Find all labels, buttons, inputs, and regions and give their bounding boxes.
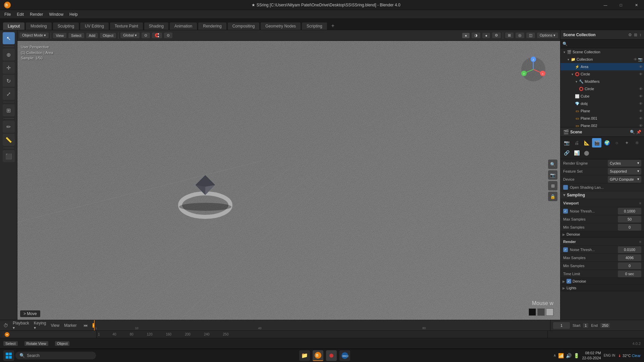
tab-compositing[interactable]: Compositing [227, 22, 260, 30]
transform-pivot[interactable]: ⊙ [142, 33, 150, 38]
menu-render[interactable]: Render [27, 11, 46, 17]
denoise-viewport-header[interactable]: ▶ Denoise [560, 231, 644, 238]
prop-constraints-icon[interactable]: 🔗 [562, 148, 571, 158]
taskbar-search[interactable]: 🔍 Search [15, 352, 96, 359]
snapping-toggle[interactable]: 🧲 [152, 33, 162, 38]
open-shading-checkbox[interactable] [563, 185, 568, 190]
noise-thresh-viewport-value[interactable]: 0.1000 [618, 208, 641, 215]
min-samples-viewport-value[interactable]: 0 [618, 224, 641, 231]
prop-material-icon[interactable]: ⬤ [582, 148, 591, 158]
maximize-button[interactable]: □ [613, 0, 629, 10]
props-search-icon[interactable]: 🔍 [630, 130, 635, 134]
outliner-expand-icon[interactable]: ↕ [639, 33, 641, 37]
camera-view-control[interactable]: ⊞ [548, 181, 557, 190]
lights-header[interactable]: ▶ Lights [560, 285, 644, 291]
select-menu[interactable]: Select [68, 33, 84, 38]
tab-geometry-nodes[interactable]: Geometry Nodes [260, 22, 301, 30]
zoom-in-control[interactable]: 🔍 [548, 160, 557, 169]
taskbar-blender[interactable]: B [313, 350, 323, 361]
clear-label[interactable]: Clear [632, 354, 641, 358]
tree-circle-inner[interactable]: ⭕ Circle 👁 [560, 85, 644, 93]
tree-circle[interactable]: ▾ ⭕ Circle 👁 [560, 70, 644, 78]
marker-dropdown[interactable]: Marker [63, 322, 78, 328]
tool-select[interactable]: ↖ [3, 32, 15, 44]
prop-physics-icon[interactable]: ⚛ [632, 138, 642, 147]
view-menu[interactable]: View [53, 33, 66, 38]
material-preview[interactable]: ◑ [472, 33, 480, 38]
menu-window[interactable]: Window [46, 11, 66, 17]
tab-layout[interactable]: Layout [3, 22, 25, 30]
tool-add-cube[interactable]: ⬛ [3, 150, 15, 162]
tab-modeling[interactable]: Modeling [25, 22, 52, 30]
tree-area[interactable]: ⚡ Area 👁 [560, 63, 644, 70]
props-pin-icon[interactable]: 📌 [636, 130, 641, 134]
denoise-render-header[interactable]: ▶ ✓ Denoise [560, 278, 644, 285]
sound-icon[interactable]: 🔊 [566, 353, 572, 358]
rendered-shading[interactable]: ● [482, 33, 490, 38]
tree-cube[interactable]: ⬜ Cube 👁 [560, 93, 644, 100]
tool-scale[interactable]: ⤢ [3, 88, 15, 100]
menu-edit[interactable]: Edit [14, 11, 26, 17]
tray-expand[interactable]: ∧ [553, 353, 556, 358]
noise-thresh-viewport-checkbox[interactable]: ✓ [563, 209, 568, 214]
tree-camera-collection[interactable]: 📷 [638, 57, 643, 62]
end-frame-value[interactable]: 250 [600, 323, 610, 328]
tree-plane-002[interactable]: ▭ Plane.002 👁 [560, 122, 644, 127]
tree-collection[interactable]: ▾ 📁 Collection 👁 📷 [560, 56, 644, 63]
render-list-icon[interactable]: ≡ [639, 240, 641, 244]
render-engine-dropdown[interactable]: Cycles ▾ [608, 160, 641, 167]
taskbar-record[interactable] [326, 350, 337, 361]
taskbar-logo2[interactable]: RRCG [339, 350, 350, 361]
zoom-out-control[interactable]: 📷 [548, 170, 557, 180]
tree-plane-001[interactable]: ▭ Plane.001 👁 [560, 115, 644, 122]
prop-data-icon[interactable]: 📊 [572, 148, 581, 158]
prop-output-icon[interactable]: 🖨 [572, 138, 581, 147]
tree-eye-collection[interactable]: 👁 [634, 57, 637, 61]
tab-uv-editing[interactable]: UV Editing [80, 22, 109, 30]
viewport-overlays[interactable]: ◎ [516, 33, 524, 38]
tool-transform[interactable]: ⊞ [3, 104, 15, 116]
denoise-render-checkbox[interactable]: ✓ [567, 279, 571, 284]
options-button[interactable]: Options ▾ [537, 33, 558, 38]
add-workspace-button[interactable]: + [328, 22, 338, 30]
tree-eye-plane[interactable]: 👁 [639, 109, 643, 113]
keying-dropdown[interactable]: Keying ▾ [33, 320, 48, 331]
max-samples-render-value[interactable]: 4096 [618, 254, 641, 261]
prop-viewlayer-icon[interactable]: 📐 [582, 138, 591, 147]
tree-scene-collection[interactable]: ▾ 🎬 Scene Collection [560, 48, 644, 56]
tool-cursor[interactable]: ⊕ [3, 49, 15, 61]
object-menu[interactable]: Object [100, 33, 116, 38]
time-display[interactable]: 08:02 PM 22-03-2024 [582, 351, 601, 360]
3d-viewport[interactable]: User Perspective (1) Collection | Area S… [17, 41, 560, 320]
tool-measure[interactable]: 📏 [3, 134, 15, 146]
prop-render-icon[interactable]: 📷 [562, 138, 571, 147]
outliner-search-input[interactable] [569, 42, 642, 46]
tree-eye-cube[interactable]: 👁 [639, 94, 643, 98]
viewport-list-icon[interactable]: ≡ [639, 201, 641, 205]
noise-thresh-render-value[interactable]: 0.0100 [618, 246, 641, 253]
tab-sculpting[interactable]: Sculpting [53, 22, 79, 30]
taskbar-file-explorer[interactable]: 📁 [299, 350, 310, 361]
orientation-gizmo[interactable]: Z X Y [520, 56, 547, 83]
menu-help[interactable]: Help [67, 11, 80, 17]
tool-annotate[interactable]: ✏ [3, 121, 15, 133]
min-samples-render-value[interactable]: 0 [618, 262, 641, 269]
minimize-button[interactable]: — [598, 0, 613, 10]
proportional-edit[interactable]: ⊙ [164, 33, 172, 38]
solid-shading[interactable]: ● [462, 33, 470, 38]
tree-eye-dobj[interactable]: 👁 [639, 102, 643, 106]
prop-object-icon[interactable]: ○ [612, 138, 622, 147]
tab-shading[interactable]: Shading [144, 22, 169, 30]
tree-modifiers[interactable]: ▾ 🔧 Modifiers [560, 78, 644, 85]
add-menu[interactable]: Add [86, 33, 98, 38]
viewport-gizmos[interactable]: ⊞ [505, 33, 514, 38]
tree-eye-plane001[interactable]: 👁 [639, 116, 643, 120]
tree-eye-area[interactable]: 👁 [639, 65, 643, 69]
outliner-search-icon[interactable]: ⊞ [634, 33, 637, 37]
xray-toggle[interactable]: ◫ [526, 33, 535, 38]
tab-scripting[interactable]: Scripting [302, 22, 327, 30]
tab-texture-paint[interactable]: Texture Paint [110, 22, 143, 30]
view-dropdown[interactable]: View [49, 322, 61, 328]
close-button[interactable]: ✕ [629, 0, 644, 10]
outliner-filter-icon[interactable]: ⚙ [628, 33, 632, 37]
